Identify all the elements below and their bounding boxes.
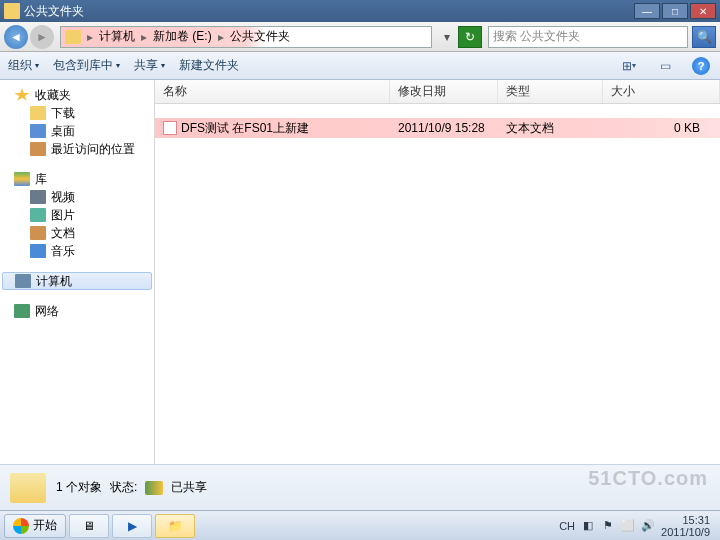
system-tray: CH ◧ ⚑ ⬜ 🔊 15:31 2011/10/9 bbox=[553, 514, 716, 538]
help-button[interactable]: ? bbox=[690, 56, 712, 76]
tray-network-icon[interactable]: ⬜ bbox=[621, 519, 635, 533]
start-button[interactable]: 开始 bbox=[4, 514, 66, 538]
chevron-down-icon: ▾ bbox=[161, 61, 165, 70]
sidebar-item-videos[interactable]: 视频 bbox=[0, 188, 154, 206]
video-icon bbox=[30, 190, 46, 204]
tray-icon[interactable]: ◧ bbox=[581, 519, 595, 533]
star-icon bbox=[14, 88, 30, 102]
column-headers: 名称 修改日期 类型 大小 bbox=[155, 80, 720, 104]
sidebar-item-documents[interactable]: 文档 bbox=[0, 224, 154, 242]
share-menu[interactable]: 共享▾ bbox=[134, 57, 165, 74]
folder-icon bbox=[10, 473, 46, 503]
column-date[interactable]: 修改日期 bbox=[390, 80, 498, 103]
window-title: 公共文件夹 bbox=[24, 3, 632, 20]
file-name: DFS测试 在FS01上新建 bbox=[181, 120, 309, 137]
sidebar-item-libraries[interactable]: 库 bbox=[0, 170, 154, 188]
separator-icon: ▸ bbox=[139, 30, 149, 44]
music-icon bbox=[30, 244, 46, 258]
desktop-icon bbox=[30, 124, 46, 138]
toolbar: 组织▾ 包含到库中▾ 共享▾ 新建文件夹 ⊞▾ ▭ ? bbox=[0, 52, 720, 80]
content-area: 收藏夹 下载 桌面 最近访问的位置 库 视频 图片 文档 音乐 计算机 网络 名… bbox=[0, 80, 720, 464]
forward-button[interactable]: ► bbox=[30, 25, 54, 49]
folder-icon bbox=[65, 30, 81, 44]
library-icon bbox=[14, 172, 30, 186]
taskbar-server-manager[interactable]: 🖥 bbox=[69, 514, 109, 538]
taskbar: 开始 🖥 ▶ 📁 CH ◧ ⚑ ⬜ 🔊 15:31 2011/10/9 bbox=[0, 510, 720, 540]
file-row[interactable]: DFS测试 在FS01上新建 2011/10/9 15:28 文本文档 0 KB bbox=[155, 118, 720, 138]
sidebar: 收藏夹 下载 桌面 最近访问的位置 库 视频 图片 文档 音乐 计算机 网络 bbox=[0, 80, 155, 464]
help-icon: ? bbox=[692, 57, 710, 75]
close-button[interactable]: ✕ bbox=[690, 3, 716, 19]
language-indicator[interactable]: CH bbox=[559, 520, 575, 532]
taskbar-explorer[interactable]: 📁 bbox=[155, 514, 195, 538]
view-button[interactable]: ⊞▾ bbox=[618, 56, 640, 76]
file-icon bbox=[163, 121, 177, 135]
search-button[interactable]: 🔍 bbox=[692, 26, 716, 48]
preview-pane-button[interactable]: ▭ bbox=[654, 56, 676, 76]
back-button[interactable]: ◄ bbox=[4, 25, 28, 49]
titlebar: 公共文件夹 — □ ✕ bbox=[0, 0, 720, 22]
sidebar-item-computer[interactable]: 计算机 bbox=[2, 272, 152, 290]
file-pane: 名称 修改日期 类型 大小 DFS测试 在FS01上新建 2011/10/9 1… bbox=[155, 80, 720, 464]
separator-icon: ▸ bbox=[85, 30, 95, 44]
sidebar-item-music[interactable]: 音乐 bbox=[0, 242, 154, 260]
sidebar-item-desktop[interactable]: 桌面 bbox=[0, 122, 154, 140]
chevron-down-icon: ▾ bbox=[116, 61, 120, 70]
tray-icon[interactable]: ⚑ bbox=[601, 519, 615, 533]
sidebar-item-downloads[interactable]: 下载 bbox=[0, 104, 154, 122]
object-count: 1 个对象 bbox=[56, 479, 102, 496]
navbar: ◄ ► ▸ 计算机 ▸ 新加卷 (E:) ▸ 公共文件夹 ▾ ↻ 搜索 公共文件… bbox=[0, 22, 720, 52]
include-library-menu[interactable]: 包含到库中▾ bbox=[53, 57, 120, 74]
address-dropdown[interactable]: ▾ bbox=[438, 30, 456, 44]
sidebar-item-pictures[interactable]: 图片 bbox=[0, 206, 154, 224]
clock[interactable]: 15:31 2011/10/9 bbox=[661, 514, 710, 538]
shared-icon bbox=[145, 481, 163, 495]
refresh-button[interactable]: ↻ bbox=[458, 26, 482, 48]
column-name[interactable]: 名称 bbox=[155, 80, 390, 103]
breadcrumb[interactable]: 新加卷 (E:) bbox=[149, 28, 216, 45]
status-label: 状态: bbox=[110, 479, 137, 496]
folder-icon bbox=[4, 3, 20, 19]
recent-icon bbox=[30, 142, 46, 156]
new-folder-button[interactable]: 新建文件夹 bbox=[179, 57, 239, 74]
file-date: 2011/10/9 15:28 bbox=[390, 121, 498, 135]
network-icon bbox=[14, 304, 30, 318]
tray-sound-icon[interactable]: 🔊 bbox=[641, 519, 655, 533]
search-placeholder: 搜索 公共文件夹 bbox=[493, 28, 580, 45]
address-bar[interactable]: ▸ 计算机 ▸ 新加卷 (E:) ▸ 公共文件夹 bbox=[60, 26, 432, 48]
minimize-button[interactable]: — bbox=[634, 3, 660, 19]
windows-logo-icon bbox=[13, 518, 29, 534]
document-icon bbox=[30, 226, 46, 240]
download-icon bbox=[30, 106, 46, 120]
shared-status: 已共享 bbox=[171, 479, 207, 496]
sidebar-item-recent[interactable]: 最近访问的位置 bbox=[0, 140, 154, 158]
separator-icon: ▸ bbox=[216, 30, 226, 44]
column-type[interactable]: 类型 bbox=[498, 80, 603, 103]
chevron-down-icon: ▾ bbox=[35, 61, 39, 70]
computer-icon bbox=[15, 274, 31, 288]
sidebar-item-network[interactable]: 网络 bbox=[0, 302, 154, 320]
breadcrumb[interactable]: 公共文件夹 bbox=[226, 28, 294, 45]
picture-icon bbox=[30, 208, 46, 222]
taskbar-powershell[interactable]: ▶ bbox=[112, 514, 152, 538]
search-input[interactable]: 搜索 公共文件夹 bbox=[488, 26, 688, 48]
sidebar-item-favorites[interactable]: 收藏夹 bbox=[0, 86, 154, 104]
column-size[interactable]: 大小 bbox=[603, 80, 720, 103]
organize-menu[interactable]: 组织▾ bbox=[8, 57, 39, 74]
file-size: 0 KB bbox=[603, 121, 720, 135]
file-type: 文本文档 bbox=[498, 120, 603, 137]
maximize-button[interactable]: □ bbox=[662, 3, 688, 19]
breadcrumb[interactable]: 计算机 bbox=[95, 28, 139, 45]
watermark: 51CTO.com bbox=[588, 467, 708, 490]
